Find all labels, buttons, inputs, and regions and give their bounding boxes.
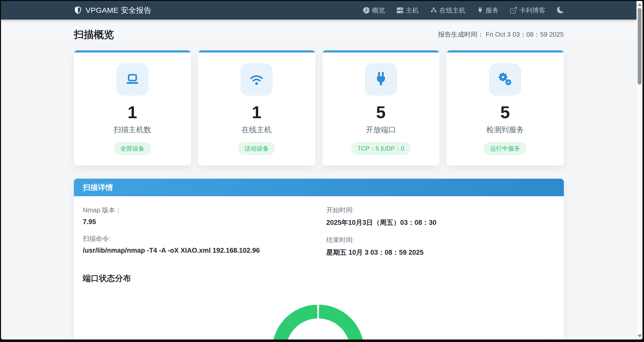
report-generated-time: 报告生成时间： Fri Oct 3 03：08：59 2025 [438,30,564,39]
details-column-left: Nmap 版本： 7.95 扫描命令: /usr/lib/nmap/nmap -… [83,206,311,265]
stat-label: 扫描主机数 [74,125,191,135]
stat-value: 1 [74,104,191,121]
page-viewport: VPGAME 安全报告 概览 [1,1,642,339]
laptop-icon [116,63,148,96]
nav-item-kali-blog[interactable]: 卡利博客 [510,6,546,15]
status-badge: 运行中服务 [483,142,527,155]
nav-item-services[interactable]: 服务 [477,6,499,15]
nav-item-label: 在线主机 [439,6,466,15]
scroll-down-button[interactable] [637,334,642,337]
stat-card-open-ports: 5 开放端口 TCP：5 |UDP：0 [322,50,440,166]
scan-command-field: 扫描命令: /usr/lib/nmap/nmap -T4 -A -oX XIAO… [83,234,311,254]
nav-item-overview[interactable]: 概览 [363,6,385,15]
nav-links: 概览 主机 [363,6,564,15]
end-time-field: 结束时间: 星期五 10月 3 03：08：59 2025 [326,236,555,257]
card-accent-bar [198,50,315,52]
report-time-value: Fri Oct 3 03：08：59 2025 [486,31,564,38]
moon-icon [557,7,564,14]
brand-title: VPGAME 安全报告 [86,5,152,16]
stat-value: 5 [322,104,440,121]
donut-hole [286,318,350,339]
browser-window: VPGAME 安全报告 概览 [0,0,644,342]
port-distribution-title: 端口状态分布 [83,273,555,284]
stat-label: 在线主机 [198,125,315,135]
field-label: Nmap 版本： [83,206,311,215]
status-badge: 全部设备 [114,142,151,155]
field-value: 星期五 10月 3 03：08：59 2025 [326,248,555,257]
stat-value: 1 [198,104,315,121]
legend-label: 开放端口 [529,338,553,339]
stat-label: 开放端口 [322,125,440,135]
field-label: 扫描命令: [83,234,311,243]
nav-item-label: 概览 [372,6,385,15]
details-column-right: 开始时间: 2025年10月3日（周五）03：08：30 结束时间: 星期五 1… [326,206,555,265]
navbar-container: VPGAME 安全报告 概览 [74,1,564,20]
port-status-donut-chart [272,305,364,339]
panel-body: Nmap 版本： 7.95 扫描命令: /usr/lib/nmap/nmap -… [74,196,564,339]
plug-icon [477,7,483,14]
card-accent-bar [74,50,191,52]
scan-details-panel: 扫描详情 Nmap 版本： 7.95 扫描命令: /usr/lib/nma [74,179,564,339]
stat-label: 检测到服务 [447,125,564,135]
vertical-scrollbar[interactable] [636,1,642,339]
start-time-field: 开始时间: 2025年10月3日（周五）03：08：30 [326,206,555,227]
stat-card-scanned-hosts: 1 扫描主机数 全部设备 [74,50,191,166]
nav-item-online-hosts[interactable]: 在线主机 [430,6,466,15]
card-accent-bar [322,50,440,52]
nav-item-label: 主机 [406,6,419,15]
main-page: 扫描概览 报告生成时间： Fri Oct 3 03：08：59 2025 [74,28,564,339]
page-header: 扫描概览 报告生成时间： Fri Oct 3 03：08：59 2025 [74,28,564,41]
field-value: 2025年10月3日（周五）03：08：30 [326,218,555,227]
field-label: 开始时间: [326,206,555,215]
external-link-icon [510,7,517,14]
status-badge: 活动设备 [238,142,275,155]
server-icon [397,7,403,14]
legend-item-open-ports[interactable]: 开放端口 [517,338,553,339]
shield-half-icon [74,6,82,15]
nmap-version-field: Nmap 版本： 7.95 [83,206,311,226]
wifi-icon [240,63,273,96]
report-time-label: 报告生成时间： [438,31,484,38]
stat-card-online-hosts: 1 在线主机 活动设备 [198,50,315,166]
navbar: VPGAME 安全报告 概览 [1,1,636,20]
scrollbar-thumb[interactable] [638,8,641,85]
chart-legend: 开放端口 过滤端口 关闭端口 [517,338,553,339]
page-content: VPGAME 安全报告 概览 [1,1,636,339]
plug-icon [365,63,397,96]
scan-details-grid: Nmap 版本： 7.95 扫描命令: /usr/lib/nmap/nmap -… [83,206,555,265]
card-accent-bar [447,50,564,52]
theme-toggle-button[interactable] [557,7,564,14]
stat-card-services: 5 检测到服务 运行中服务 [447,50,564,166]
nav-item-hosts[interactable]: 主机 [397,6,419,15]
stat-cards-row: 1 扫描主机数 全部设备 1 [74,50,564,166]
scroll-up-button[interactable] [637,3,642,6]
pie-chart-icon [363,7,370,14]
field-label: 结束时间: [326,236,555,244]
field-value: /usr/lib/nmap/nmap -T4 -A -oX XIAO.xml 1… [83,247,311,254]
status-badge: TCP：5 |UDP：0 [351,142,411,155]
stat-value: 5 [447,104,564,121]
network-diagram-icon [430,7,437,14]
field-value: 7.95 [83,218,311,226]
nav-item-label: 卡利博客 [519,6,546,15]
nav-item-label: 服务 [486,6,499,15]
brand-link[interactable]: VPGAME 安全报告 [74,5,152,16]
port-status-chart-area: 开放端口 过滤端口 关闭端口 [83,287,555,339]
page-title: 扫描概览 [74,28,114,41]
gears-icon [489,63,521,96]
panel-header: 扫描详情 [74,179,564,196]
